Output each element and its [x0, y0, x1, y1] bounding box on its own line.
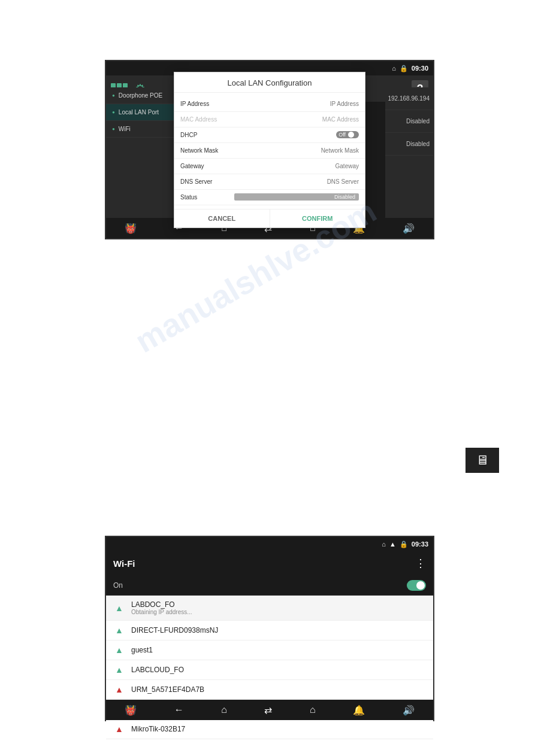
status-badge: Disabled — [234, 193, 359, 201]
modal-body: IP Address MAC Address MAC Address DHCP … — [174, 93, 365, 209]
wifi-item-labdoc[interactable]: ▲ LABDOC_FO Obtaining IP address... — [106, 596, 433, 621]
gateway-row: Gateway — [174, 159, 365, 174]
volume-icon-b[interactable]: 🔊 — [403, 705, 415, 716]
modal-footer: CANCEL CONFIRM — [174, 209, 365, 227]
mac-address-row: MAC Address MAC Address — [174, 112, 365, 127]
dhcp-toggle[interactable]: Off — [336, 131, 359, 138]
lock-status-icon: 🔒 — [400, 65, 408, 72]
wifi-name-1: DIRECT-LFURD0938msNJ — [131, 626, 426, 634]
wifi-name-6: MikroTik-032B17 — [131, 725, 426, 733]
wifi-sub-0: Obtaining IP address... — [131, 609, 426, 615]
dns-server-label: DNS Server — [180, 178, 234, 185]
bullet-icon: ● — [112, 110, 115, 115]
lan-config-modal: Local LAN Configuration IP Address MAC A… — [174, 72, 365, 228]
wifi-item-direct[interactable]: ▲ DIRECT-LFURD0938msNJ — [106, 621, 433, 640]
dhcp-row: DHCP Off — [174, 127, 365, 143]
ip-address-row: IP Address — [174, 96, 365, 112]
network-mask-row: Network Mask — [174, 143, 365, 159]
dns-server-input[interactable] — [234, 178, 359, 185]
home-icon-b[interactable]: ⌂ — [221, 705, 227, 715]
wifi-name-2: guest1 — [131, 646, 426, 654]
wifi-menu-icon[interactable]: ⋮ — [415, 557, 426, 570]
monitor-icon: 🖥 — [476, 453, 489, 468]
wifi-on-row: On — [106, 575, 433, 596]
gateway-input[interactable] — [234, 163, 359, 169]
ip-address-label: IP Address — [180, 101, 234, 107]
wifi-item-guest1[interactable]: ▲ guest1 — [106, 640, 433, 660]
lock-status-icon-b: 🔒 — [400, 541, 408, 548]
modal-title: Local LAN Configuration — [174, 72, 365, 93]
status-label: Status — [180, 194, 234, 201]
volume-icon[interactable]: 🔊 — [403, 223, 415, 234]
sidebar-item-label: Doorphone POE — [119, 92, 162, 99]
sidebar-item-label: Local LAN Port — [119, 109, 159, 116]
mac-address-label: MAC Address — [180, 116, 234, 123]
wifi-item-labcloud[interactable]: ▲ LABCLOUD_FO — [106, 660, 433, 680]
bottom-status-bar: ⌂ ▲ 🔒 09:33 — [106, 537, 433, 551]
bullet-icon: ● — [112, 126, 115, 132]
bell-icon-b[interactable]: 🔔 — [353, 705, 365, 716]
bullet-icon: ● — [112, 93, 115, 98]
monitor-icon-box: 🖥 — [466, 448, 499, 473]
wifi-signal-icon-4: ▲ — [113, 685, 125, 694]
user-icon-b[interactable]: 👹 — [125, 705, 137, 716]
network-mask-input[interactable] — [234, 147, 359, 154]
wifi-info-3: LABCLOUD_FO — [131, 666, 426, 674]
sidebar-item-label: WiFi — [119, 126, 131, 132]
wifi-signal-icon-6: ▲ — [113, 724, 125, 734]
wifi-name-4: URM_5A571EF4DA7B — [131, 685, 426, 694]
home2-icon-b[interactable]: ⌂ — [310, 705, 316, 715]
mac-address-value: MAC Address — [234, 116, 359, 123]
wifi-on-label: On — [113, 581, 123, 590]
cancel-button[interactable]: CANCEL — [174, 210, 270, 227]
network-mask-label: Network Mask — [180, 147, 234, 154]
wifi-title: Wi-Fi — [113, 558, 135, 569]
switch-icon-b[interactable]: ⇄ — [264, 705, 272, 716]
wifi-toggle[interactable] — [407, 580, 426, 591]
wifi-item-mikrotik[interactable]: ▲ MikroTik-032B17 — [106, 719, 433, 739]
dns-server-row: DNS Server — [174, 174, 365, 190]
wifi-signal-icon-1: ▲ — [113, 626, 125, 635]
status-row: Status Disabled — [174, 190, 365, 205]
toggle-off-label: Off — [338, 132, 346, 138]
toggle-circle — [348, 132, 354, 138]
wifi-info-4: URM_5A571EF4DA7B — [131, 685, 426, 694]
user-icon[interactable]: 👹 — [125, 223, 137, 234]
wifi-item-urm[interactable]: ▲ URM_5A571EF4DA7B — [106, 680, 433, 700]
wifi-signal-icon-0: ▲ — [113, 603, 125, 613]
bottom-time: 09:33 — [412, 541, 428, 548]
wifi-info-1: DIRECT-LFURD0938msNJ — [131, 626, 426, 634]
wifi-name-3: LABCLOUD_FO — [131, 666, 426, 674]
bottom-device: ⌂ ▲ 🔒 09:33 Wi-Fi ⋮ On ▲ LABDOC_FO Obtai… — [105, 536, 434, 721]
back-icon-b[interactable]: ← — [174, 705, 184, 715]
ip-value: 192.168.96.194 — [385, 87, 433, 110]
wifi-info-0: LABDOC_FO Obtaining IP address... — [131, 600, 426, 615]
wifi-status-icon-b: ▲ — [389, 541, 396, 548]
dhcp-label: DHCP — [180, 132, 234, 138]
ip-address-input[interactable] — [234, 101, 359, 107]
wifi-signal-icon-3: ▲ — [113, 665, 125, 675]
wifi-signal-icon-2: ▲ — [113, 645, 125, 655]
top-time: 09:30 — [412, 65, 428, 72]
confirm-button[interactable]: CONFIRM — [270, 210, 365, 227]
wifi-header: Wi-Fi ⋮ — [106, 551, 433, 575]
home-status-icon: ⌂ — [392, 65, 396, 72]
home-status-icon-b: ⌂ — [382, 541, 386, 548]
locallan-status-value: Disabled — [385, 110, 433, 133]
wifi-info-2: guest1 — [131, 646, 426, 654]
gateway-label: Gateway — [180, 163, 234, 169]
wifi-status-value: Disabled — [385, 133, 433, 156]
wifi-name-0: LABDOC_FO — [131, 600, 426, 609]
wifi-info-6: MikroTik-032B17 — [131, 725, 426, 733]
bottom-nav-b: 👹 ← ⌂ ⇄ ⌂ 🔔 🔊 — [106, 700, 433, 720]
